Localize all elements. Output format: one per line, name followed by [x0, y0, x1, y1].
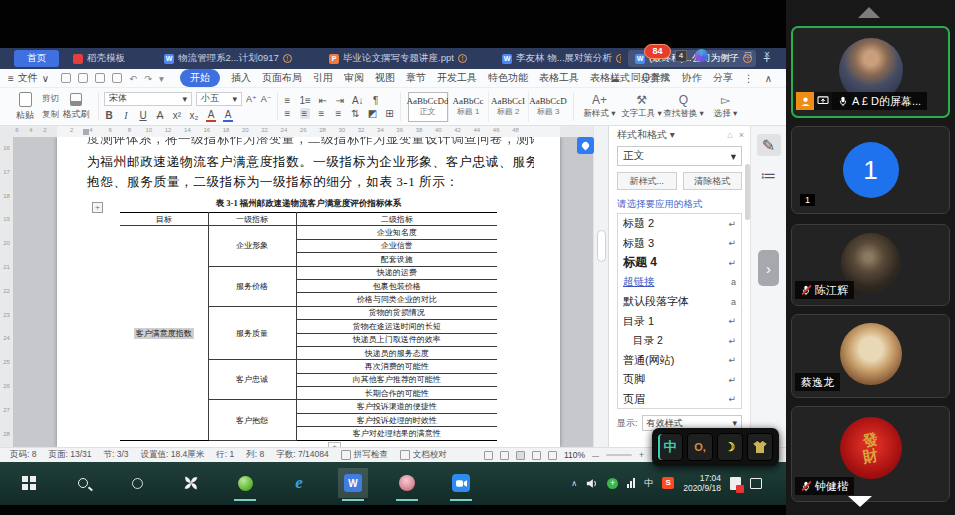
outline-view-icon[interactable]: [548, 451, 557, 460]
close-button[interactable]: ×: [764, 49, 770, 60]
ime-punctuation-toggle[interactable]: O,: [687, 433, 713, 461]
action-center-icon[interactable]: [750, 478, 762, 489]
output-icon[interactable]: [78, 73, 88, 83]
browser-green-button[interactable]: [230, 468, 260, 498]
notification-badge-84[interactable]: 84: [644, 44, 671, 59]
ime-cn-en-toggle[interactable]: 中: [657, 433, 683, 461]
font-color-button[interactable]: A: [206, 109, 216, 122]
wps-taskbar-button[interactable]: W: [338, 468, 368, 498]
browser-360-button[interactable]: [176, 468, 206, 498]
participant-tile-zhongjiankai[interactable]: 發 財 钟健楷: [791, 406, 950, 502]
select-button[interactable]: ▻ 选择 ▾: [705, 88, 747, 125]
participant-tile-1[interactable]: 1 1: [791, 126, 950, 214]
undo-icon[interactable]: ↶: [129, 73, 137, 84]
shading-button[interactable]: ◩: [368, 108, 378, 119]
web-view-icon[interactable]: [532, 451, 541, 460]
current-style-dropdown[interactable]: 正文 ▾: [617, 146, 742, 166]
preview-icon[interactable]: [112, 73, 122, 83]
save-icon[interactable]: [61, 73, 71, 83]
tab-doc-2[interactable]: P 毕业论文撰写专题讲座.ppt !: [322, 50, 488, 67]
ime-halfwidth-toggle[interactable]: ☽: [717, 433, 743, 461]
zoom-out-icon[interactable]: —: [592, 452, 599, 459]
align-center-button[interactable]: ≡: [300, 108, 310, 119]
style-preset[interactable]: AaBbCcDd 正文: [408, 92, 448, 122]
tab-docer-template[interactable]: 稻壳模板: [66, 50, 150, 67]
participant-tile-chenjianghui[interactable]: 陈江辉: [791, 224, 950, 306]
sync-status[interactable]: 同步异常: [631, 71, 671, 85]
horizontal-ruler[interactable]: 642 246810121416182022242628303234363840…: [0, 126, 593, 137]
ime-indicator[interactable]: 中: [644, 477, 653, 490]
page-view-icon[interactable]: [516, 451, 525, 460]
justify-button[interactable]: ≡: [334, 108, 344, 119]
clock[interactable]: 17:04 2020/9/18: [683, 473, 721, 493]
ime-skin-button[interactable]: [747, 433, 773, 461]
paste-button[interactable]: 粘贴: [8, 88, 42, 125]
style-list-item[interactable]: 普通(网站) ↵: [618, 351, 741, 371]
superscript-button[interactable]: x²: [172, 110, 182, 121]
decrease-indent-button[interactable]: ⇤: [318, 95, 328, 106]
style-preset[interactable]: AaBbCcD 标题 3: [528, 92, 568, 122]
meeting-app-button[interactable]: [446, 468, 476, 498]
document-position-pin-button[interactable]: [577, 137, 594, 154]
tab-doc-3[interactable]: W 李友林 物...展对策分析 !: [495, 50, 621, 67]
document-page[interactable]: 度测评体系，将一级指标作为潜变量，二级指标作为显变量设计调查问卷，测评目标设定 …: [57, 137, 560, 447]
strikethrough-button[interactable]: A: [155, 110, 165, 121]
tab-doc-1[interactable]: W 物流管理系2...计划0917 !: [157, 50, 315, 67]
panel-close-icon[interactable]: ×: [739, 130, 744, 140]
ribbon-tab[interactable]: 开发工具: [437, 71, 477, 85]
meeting-panel-collapse-handle[interactable]: ›: [758, 250, 779, 286]
file-menu[interactable]: ≡ 文件 ∨: [8, 71, 49, 85]
participant-tile-screen-share[interactable]: A £ D的屏幕...: [791, 26, 950, 118]
status-item[interactable]: 行: 1: [216, 449, 234, 461]
cortana-button[interactable]: [122, 468, 152, 498]
highlight-button[interactable]: A: [223, 109, 233, 122]
ribbon-tab[interactable]: 插入: [231, 71, 251, 85]
line-spacing-button[interactable]: ⇅: [351, 108, 361, 119]
scroll-down-arrow[interactable]: [848, 496, 872, 507]
subscript-button[interactable]: x₂: [189, 110, 199, 121]
italic-button[interactable]: I: [121, 110, 131, 121]
collapse-ribbon-icon[interactable]: ∧: [765, 73, 772, 84]
indicator-table[interactable]: 目标一级指标二级指标 客户满意度指数企业形象企业知名度企业信誉配套设施服务价格快…: [120, 212, 497, 441]
contacts-app-button[interactable]: [392, 468, 422, 498]
paragraph-mark-button[interactable]: ¶: [371, 95, 381, 106]
ribbon-tab[interactable]: 引用: [313, 71, 333, 85]
format-painter-button[interactable]: 格式刷: [59, 88, 93, 125]
underline-button[interactable]: U: [138, 110, 148, 121]
style-list-item[interactable]: 超链接 a: [618, 273, 741, 293]
style-list-item[interactable]: 默认段落字体 a: [618, 292, 741, 312]
new-style-button[interactable]: A+ 新样式 ▾: [579, 88, 621, 125]
status-item[interactable]: 字数: 7/14084: [276, 449, 328, 461]
status-item[interactable]: 设置值: 18.4厘米: [141, 449, 205, 461]
account-avatar[interactable]: [695, 49, 708, 62]
fullscreen-view-icon[interactable]: [484, 451, 493, 460]
status-item[interactable]: 拼写检查: [341, 449, 388, 461]
bold-button[interactable]: B: [104, 110, 114, 121]
style-list-item[interactable]: 页脚 ↵: [618, 370, 741, 390]
vertical-ruler[interactable]: 16171819202122232425262728: [0, 137, 13, 447]
collaborate-button[interactable]: 协作: [682, 71, 702, 85]
text-tool-button[interactable]: ⚒ 文字工具 ▾: [621, 88, 663, 125]
ribbon-tab[interactable]: 开始: [180, 69, 220, 87]
status-item[interactable]: 页码: 8: [10, 449, 36, 461]
bullet-list-button[interactable]: ≡: [283, 95, 293, 106]
style-list-item[interactable]: 标题 2 ↵: [618, 214, 741, 234]
font-name-select[interactable]: 宋体 ▾: [104, 92, 192, 106]
notification-doc-icon[interactable]: [730, 477, 741, 490]
share-button[interactable]: 分享: [713, 71, 733, 85]
increase-indent-button[interactable]: ⇥: [335, 95, 345, 106]
numbered-list-button[interactable]: 1≡: [300, 95, 311, 106]
shrink-font-button[interactable]: A⁻: [261, 94, 272, 104]
vertical-scrollbar[interactable]: [593, 126, 608, 447]
style-list-item[interactable]: 页眉 ↵: [618, 390, 741, 410]
styles-tool-button[interactable]: ✎: [757, 134, 781, 156]
print-icon[interactable]: [95, 73, 105, 83]
style-preset[interactable]: AaBbCcI 标题 2: [488, 92, 528, 122]
ribbon-tab[interactable]: 审阅: [344, 71, 364, 85]
start-button[interactable]: [14, 468, 44, 498]
edge-button[interactable]: e: [284, 468, 314, 498]
scroll-up-arrow[interactable]: [858, 7, 880, 18]
zoom-in-icon[interactable]: +: [639, 450, 644, 460]
style-list-item[interactable]: 目录 1 ↵: [618, 312, 741, 332]
style-preset[interactable]: AaBbCc 标题 1: [448, 92, 488, 122]
